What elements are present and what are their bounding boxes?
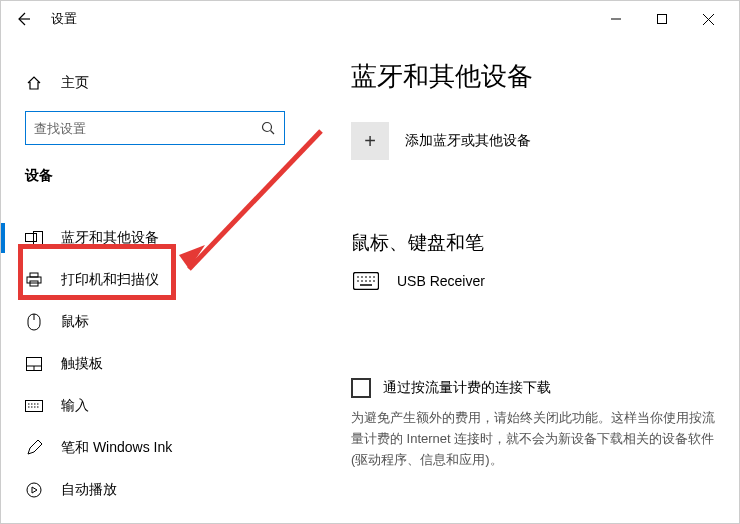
home-icon — [25, 75, 43, 91]
nav-label: 触摸板 — [61, 355, 103, 373]
nav-label: 自动播放 — [61, 481, 117, 499]
nav-touchpad[interactable]: 触摸板 — [1, 343, 318, 385]
section-mouse-keyboard-pen: 鼠标、键盘和笔 — [351, 230, 719, 256]
svg-point-20 — [27, 483, 41, 497]
close-button[interactable] — [685, 3, 731, 35]
home-link[interactable]: 主页 — [1, 63, 318, 103]
search-input[interactable] — [34, 121, 261, 136]
printer-icon — [25, 272, 43, 288]
svg-line-6 — [271, 130, 275, 134]
search-icon — [261, 121, 276, 136]
nav-label: 鼠标 — [61, 313, 89, 331]
nav-label: 蓝牙和其他设备 — [61, 229, 159, 247]
add-device-label: 添加蓝牙或其他设备 — [405, 132, 531, 150]
svg-rect-9 — [27, 277, 41, 283]
maximize-button[interactable] — [639, 3, 685, 35]
back-button[interactable] — [9, 5, 37, 33]
svg-point-5 — [263, 122, 272, 131]
nav-autoplay[interactable]: 自动播放 — [1, 469, 318, 511]
sidebar: 主页 设备 蓝牙和其他设备 打印机和扫描仪 — [1, 37, 319, 523]
autoplay-icon — [25, 482, 43, 498]
checkbox-label: 通过按流量计费的连接下载 — [383, 379, 551, 397]
home-label: 主页 — [61, 74, 89, 92]
nav-bluetooth-devices[interactable]: 蓝牙和其他设备 — [1, 217, 318, 259]
device-usb-receiver[interactable]: USB Receiver — [351, 272, 719, 290]
section-devices: 设备 — [25, 167, 318, 185]
devices-icon — [25, 231, 43, 245]
keyboard-icon — [353, 272, 377, 290]
plus-icon: + — [364, 130, 376, 153]
svg-rect-10 — [30, 273, 38, 277]
svg-rect-7 — [26, 234, 37, 242]
mouse-icon — [25, 313, 43, 331]
svg-rect-2 — [658, 15, 667, 24]
metered-download-description: 为避免产生额外的费用，请始终关闭此功能。这样当你使用按流量计费的 Interne… — [351, 408, 719, 470]
search-box[interactable] — [25, 111, 285, 145]
svg-rect-17 — [26, 401, 43, 412]
window-title: 设置 — [51, 10, 77, 28]
keyboard-icon — [25, 400, 43, 412]
content-pane: 蓝牙和其他设备 + 添加蓝牙或其他设备 鼠标、键盘和笔 USB Receiver… — [319, 37, 739, 523]
add-device-row[interactable]: + 添加蓝牙或其他设备 — [351, 122, 719, 160]
checkbox[interactable] — [351, 378, 371, 398]
nav-mouse[interactable]: 鼠标 — [1, 301, 318, 343]
page-heading: 蓝牙和其他设备 — [351, 59, 719, 94]
nav-typing[interactable]: 输入 — [1, 385, 318, 427]
minimize-button[interactable] — [593, 3, 639, 35]
pen-icon — [25, 440, 43, 456]
device-label: USB Receiver — [397, 273, 485, 289]
nav-label: 笔和 Windows Ink — [61, 439, 172, 457]
nav-label: 输入 — [61, 397, 89, 415]
touchpad-icon — [25, 357, 43, 371]
metered-download-checkbox-row[interactable]: 通过按流量计费的连接下载 — [351, 378, 719, 398]
add-device-button[interactable]: + — [351, 122, 389, 160]
nav-label: 打印机和扫描仪 — [61, 271, 159, 289]
nav-printers-scanners[interactable]: 打印机和扫描仪 — [1, 259, 318, 301]
nav-pen-ink[interactable]: 笔和 Windows Ink — [1, 427, 318, 469]
